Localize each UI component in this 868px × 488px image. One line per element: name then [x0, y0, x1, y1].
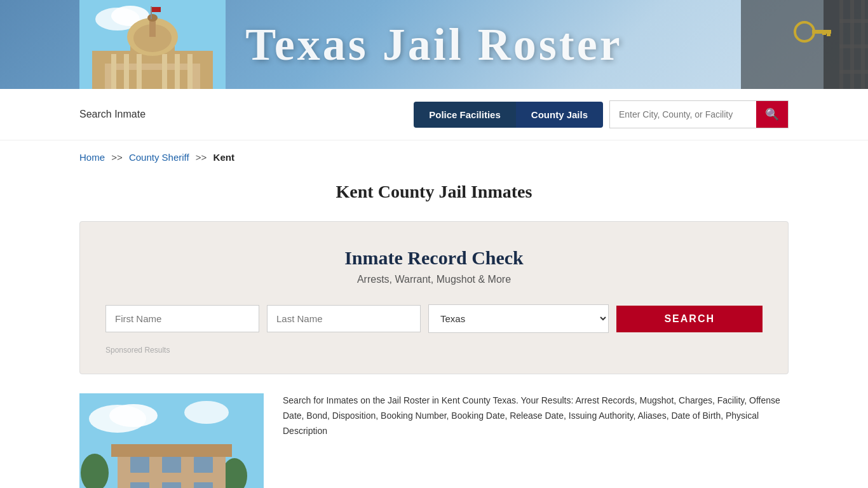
county-jails-button[interactable]: County Jails [516, 102, 603, 128]
page-title: Kent County Jail Inmates [0, 182, 868, 202]
svg-rect-30 [839, 44, 868, 48]
svg-rect-9 [162, 54, 167, 89]
search-icon: 🔍 [765, 107, 779, 121]
search-button[interactable]: SEARCH [616, 306, 763, 332]
breadcrumb-sep1: >> [111, 152, 123, 163]
breadcrumb-home[interactable]: Home [79, 152, 105, 163]
svg-rect-42 [130, 457, 149, 473]
search-fields: AlabamaAlaskaArizonaArkansasCaliforniaCo… [105, 304, 763, 333]
bottom-section: Search for Inmates on the Jail Roster in… [0, 393, 868, 488]
svg-rect-11 [187, 54, 193, 89]
svg-rect-31 [839, 70, 868, 74]
state-select[interactable]: AlabamaAlaskaArizonaArkansasCaliforniaCo… [428, 304, 609, 333]
breadcrumb-current: Kent [214, 152, 234, 163]
record-check-subtitle: Arrests, Warrant, Mugshot & More [105, 274, 763, 285]
svg-rect-17 [151, 6, 152, 19]
svg-rect-25 [822, 30, 826, 35]
svg-point-35 [184, 401, 229, 424]
search-inmate-label: Search Inmate [79, 109, 146, 120]
last-name-input[interactable] [267, 305, 421, 332]
header-banner: Texas Jail Roster [0, 0, 868, 89]
keys-image [741, 0, 868, 89]
facility-search-input[interactable] [610, 103, 756, 126]
facility-search-container: 🔍 [609, 100, 789, 128]
svg-rect-46 [162, 482, 181, 488]
svg-rect-29 [839, 19, 868, 23]
record-check-title: Inmate Record Check [105, 247, 763, 269]
svg-rect-10 [175, 54, 180, 89]
breadcrumb-sep2: >> [196, 152, 207, 163]
police-facilities-button[interactable]: Police Facilities [414, 102, 516, 128]
svg-rect-44 [194, 457, 213, 473]
breadcrumb-county-sheriff[interactable]: County Sheriff [129, 152, 189, 163]
svg-rect-41 [111, 444, 232, 457]
sponsored-label: Sponsored Results [105, 346, 763, 355]
svg-point-16 [147, 14, 158, 22]
record-check-box: Inmate Record Check Arrests, Warrant, Mu… [79, 221, 789, 374]
svg-rect-43 [162, 457, 181, 473]
jail-image [79, 393, 264, 488]
facility-search-button[interactable]: 🔍 [756, 101, 788, 128]
description-text: Search for Inmates on the Jail Roster in… [283, 393, 789, 438]
jail-building-svg [79, 393, 264, 488]
jail-description: Search for Inmates on the Jail Roster in… [283, 393, 789, 438]
capitol-image [79, 0, 226, 89]
svg-rect-8 [137, 54, 142, 89]
banner-title: Texas Jail Roster [245, 18, 622, 71]
svg-rect-47 [194, 482, 213, 488]
svg-rect-24 [827, 30, 831, 36]
nav-buttons: Police Facilities County Jails [414, 102, 603, 128]
svg-rect-7 [124, 54, 129, 89]
nav-bar: Search Inmate Police Facilities County J… [0, 89, 868, 140]
page-title-section: Kent County Jail Inmates [0, 169, 868, 221]
svg-rect-45 [130, 482, 149, 488]
svg-rect-6 [111, 54, 116, 89]
svg-point-34 [109, 404, 158, 427]
svg-rect-19 [152, 7, 161, 10]
breadcrumb: Home >> County Sheriff >> Kent [0, 140, 868, 169]
first-name-input[interactable] [105, 305, 259, 332]
